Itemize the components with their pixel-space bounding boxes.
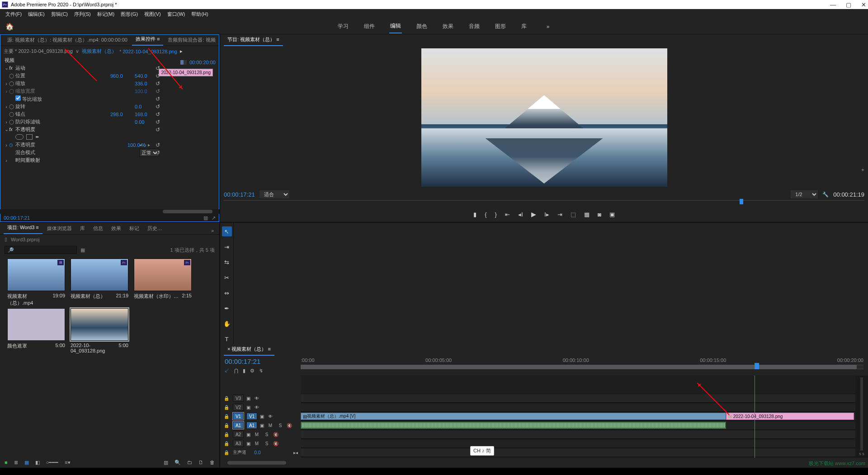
extract-button[interactable]: ▦ [584,211,590,218]
tab-source[interactable]: 源: 视频素材（总）: 视频素材（总）.mp4: 00:00:00:00 [4,34,131,46]
zoom-slider[interactable]: ○━━━ [46,460,59,466]
find-button[interactable]: 🔍 [175,460,181,466]
filter-bins-icon[interactable]: ▦ [80,247,85,253]
track-a2[interactable] [301,430,868,439]
stopwatch-antiflicker-icon[interactable]: ◯ [9,119,14,124]
ime-indicator[interactable]: CH ♪ 简 [470,446,494,456]
master-value[interactable]: 0.0 [255,450,261,455]
menu-graphics[interactable]: 图形(G) [118,10,141,19]
mask-ellipse-icon[interactable] [15,134,24,140]
clip-video-main[interactable]: ▤ 视频素材（总）.mp4 [V] [301,413,726,420]
ec-group-opacity[interactable]: 不透明度 [14,126,159,133]
playhead-line[interactable] [755,376,755,458]
timeline-zoom-thumb[interactable] [227,461,286,465]
menu-file[interactable]: 文件(F) [3,10,24,19]
tab-project[interactable]: 项目: Word3 ≡ [4,222,42,234]
fx-icon[interactable]: fx [9,66,14,71]
program-left-timecode[interactable]: 00:00:17:21 [224,191,255,198]
comparison-view-button[interactable]: ▣ [609,211,615,218]
mark-out-button[interactable]: } [495,211,497,218]
fx-opacity-icon[interactable]: fx [9,127,14,132]
menu-edit[interactable]: 编辑(E) [25,10,47,19]
tab-effect-controls[interactable]: 效果控件 ≡ [132,33,163,46]
menu-clip[interactable]: 剪辑(C) [48,10,71,19]
tab-audio-clip-mixer[interactable]: 音频剪辑混合器: 视频 [164,34,219,46]
new-item-button[interactable]: 🗋 [198,460,203,465]
bin-icon[interactable]: ▯ [5,236,7,242]
tab-markers[interactable]: 标记 [126,223,143,234]
workspace-learn[interactable]: 学习 [337,20,349,33]
ec-sequence-link[interactable]: 视频素材（总） [82,48,117,55]
stopwatch-scale-icon[interactable]: ◯ [9,81,14,86]
freeform-view-button[interactable]: ◧ [35,460,40,466]
snap-icon[interactable]: ⸔ [225,368,230,374]
track-v1[interactable]: ▤ 视频素材（总）.mp4 [V] fx 2022-10-04_093128.p… [301,412,868,421]
auto-sequence-button[interactable]: ▥ [164,460,168,466]
program-resolution-select[interactable]: 1/2 [791,190,818,198]
workspace-overflow-button[interactable]: » [546,21,551,33]
export-frame-button[interactable]: ◙ [598,211,601,218]
ec-loop-icon[interactable]: ▥ [203,215,208,221]
razor-tool[interactable]: ✂ [222,273,232,282]
v1-source-patch[interactable]: V1 [233,413,244,420]
icon-view-button[interactable]: ▦ [24,460,29,466]
bin-item[interactable]: Pr视频素材（水印）…2:15 [134,259,195,306]
new-bin-button[interactable]: 🗀 [187,460,192,465]
workspace-assembly[interactable]: 组件 [363,20,376,33]
reset-opacity-button[interactable]: ↺ [156,142,160,148]
project-search-input[interactable]: 🔎 [5,246,77,254]
add-button-icon[interactable]: ＋ [860,166,865,173]
go-in-button[interactable]: ⇤ [505,211,510,218]
reset-opacity-group-button[interactable]: ↺ [156,127,160,133]
window-maximize-button[interactable]: ▢ [846,1,851,8]
mask-pen-icon[interactable]: ✒ [35,134,39,140]
wrench-icon[interactable]: 🔧 [822,192,829,198]
value-anchor-x[interactable]: 298.0 [110,112,135,117]
reset-antiflicker-button[interactable]: ↺ [156,119,160,125]
reset-rotation-button[interactable]: ↺ [156,103,160,110]
reset-anchor-button[interactable]: ↺ [156,111,160,118]
value-position-x[interactable]: 960.0 [110,73,135,79]
reset-motion-button[interactable]: ↺ [156,65,160,71]
reset-blend-button[interactable]: ↺ [156,150,160,156]
window-minimize-button[interactable]: — [830,1,836,8]
stopwatch-anchor-icon[interactable]: ◯ [9,112,14,117]
track-v2[interactable] [301,403,868,412]
slip-tool[interactable]: ⇔ [222,288,232,298]
track-select-tool[interactable]: ⇥ [222,242,232,252]
step-back-button[interactable]: ◂Ⅰ [518,211,523,218]
menu-help[interactable]: 帮助(H) [189,10,211,19]
bin-item[interactable]: ▤视频素材（总）.mp419:09 [7,259,69,306]
menu-window[interactable]: 窗口(W) [165,10,188,19]
clip-audio-main[interactable] [301,422,726,429]
menu-view[interactable]: 视图(V) [142,10,164,19]
uniform-scale-checkbox[interactable] [15,95,21,101]
tab-program[interactable]: 节目: 视频素材（总） ≡ [224,34,283,46]
program-fit-select[interactable]: 适合 [259,190,289,198]
a1-target[interactable]: A1 [246,422,257,429]
bin-item[interactable]: 颜色遮罩5:00 [7,308,69,353]
tab-sequence[interactable]: × 视频素材（总） ≡ [224,343,274,356]
workspace-color[interactable]: 颜色 [415,20,428,33]
stopwatch-opacity-icon[interactable]: ◷ [9,142,14,147]
stopwatch-rotation-icon[interactable]: ◯ [9,104,14,109]
ec-zoom-split-icon[interactable] [180,60,187,65]
selection-tool[interactable]: ↖ [222,226,232,236]
track-a1[interactable] [301,421,868,430]
play-button[interactable]: ▶ [531,211,536,218]
clip-png[interactable]: fx 2022-10-04_093128.png [726,413,854,420]
settings-icon[interactable]: ⚙ [250,368,255,374]
bin-item[interactable]: Pr视频素材（总）21:19 [71,259,132,306]
lift-button[interactable]: ⬚ [571,211,576,218]
linked-selection-icon[interactable]: ⋂ [234,368,238,374]
reset-scale-button[interactable]: ↺ [156,80,160,87]
type-tool[interactable]: T [222,334,232,344]
step-forward-button[interactable]: Ⅰ▸ [544,211,549,218]
track-master[interactable] [301,448,868,457]
keyframe-nav-icon[interactable]: ◂ ◇ ▸ [139,142,150,147]
hand-tool[interactable]: ✋ [222,319,232,329]
track-v3[interactable] [301,394,868,403]
tab-history[interactable]: 历史… [144,223,166,234]
workspace-editing[interactable]: 编辑 [389,19,402,33]
wrench-timeline-icon[interactable]: ↯ [259,368,263,374]
